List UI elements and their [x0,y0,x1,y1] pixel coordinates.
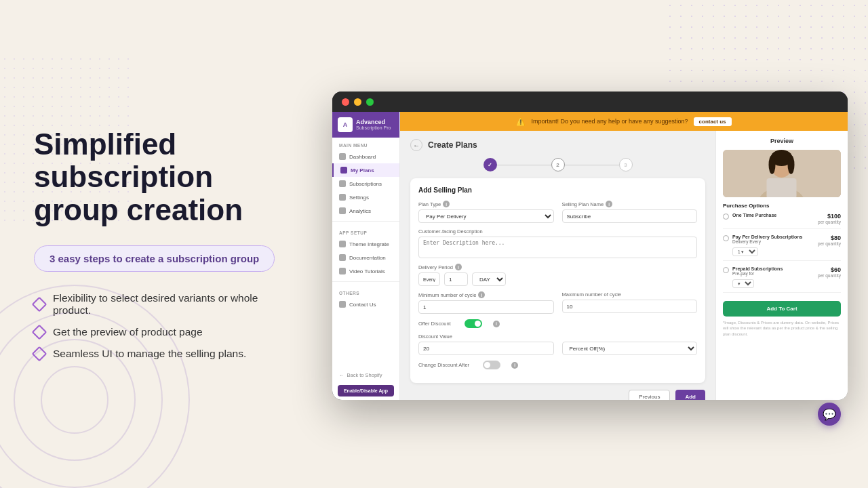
woman-figure [723,150,841,197]
sidebar-item-contact[interactable]: Contact Us [332,298,399,311]
sidebar-item-theme[interactable]: Theme Integrate [332,237,399,251]
min-cycle-input[interactable] [418,300,554,314]
sidebar-item-subscriptions[interactable]: Subscriptions [332,177,399,190]
feature-list: Flexibility to select desired variants o… [34,292,298,360]
step-2: 2 [551,158,565,171]
form-card: Add Selling Plan Plan Type i Pay Per Del… [410,178,705,383]
add-to-cart-button[interactable]: Add To Cart [723,301,841,317]
step-indicator: ✓ 2 3 [410,158,705,171]
change-discount-label: Change Discount After [418,362,469,368]
left-panel: Simplified subscription group creation 3… [0,0,332,488]
dashboard-icon [339,153,346,160]
warning-icon: ⚠️ [516,117,526,126]
main-title: Simplified subscription group creation [34,128,298,226]
option-name-2: Pay Per Delivery Subscriptions [732,235,814,239]
others-label: OTHERS [332,285,399,298]
option-price-3: $60 per quantity [818,266,841,278]
docs-icon [339,254,346,261]
preview-panel: Preview [715,131,848,400]
option-price-2: $80 per quantity [818,235,841,246]
radio-dot-1[interactable] [723,214,729,220]
sidebar-divider-2 [332,281,399,282]
selling-plan-name-input[interactable] [562,209,698,223]
logo-text-main: Advanced [356,119,391,126]
previous-button[interactable]: Previous [629,390,670,400]
selling-plan-name-group: Selling Plan Name i [562,201,698,223]
discount-row: Discount Value Percent Off(%) [418,333,697,355]
delivery-day-select[interactable]: DAY [472,272,506,286]
enable-disable-btn[interactable]: Enable/Disable App [338,385,394,396]
sidebar-item-docs[interactable]: Documentation [332,251,399,264]
delivery-value-input[interactable] [444,272,468,286]
discount-value-input[interactable] [418,342,554,355]
step-3: 3 [619,158,633,171]
step-line-1 [497,165,551,165]
step-line-2 [565,165,619,165]
svg-point-5 [788,155,795,174]
main-menu-label: MAIN MENU [332,138,399,150]
contact-us-btn[interactable]: contact us [694,117,732,126]
radio-dot-3[interactable] [723,267,729,273]
warning-bar: ⚠️ Important! Do you need any help or ha… [400,112,848,131]
selling-plan-info-icon: i [606,201,612,207]
feature-item-1: Flexibility to select desired variants o… [34,292,298,317]
option-select-3[interactable]: ▾ [732,279,754,288]
max-cycle-label: Maximum number of cycle [562,291,698,298]
sidebar-logo: A Advanced Subscription Pro [332,112,399,138]
dot-yellow [354,98,361,106]
sidebar-divider-1 [332,221,399,222]
video-icon [339,268,346,274]
option-price-1: $100 per quantity [818,213,841,224]
sidebar-item-videos[interactable]: Video Tutorials [332,264,399,278]
sidebar: A Advanced Subscription Pro MAIN MENU Da… [332,112,400,400]
logo-text-sub: Subscription Pro [356,125,391,130]
max-cycle-input[interactable] [562,300,698,313]
diamond-icon-2 [32,325,47,340]
chat-icon: 💬 [823,408,836,421]
title-line2: group creation [34,193,243,226]
min-cycle-label: Minimum number of cycle i [418,291,554,298]
option-select-2[interactable]: 1 ▾ [732,247,758,256]
plan-type-select[interactable]: Pay Per Delivery [418,209,554,223]
plan-type-group: Plan Type i Pay Per Delivery [418,201,554,223]
add-button[interactable]: Add [675,390,705,400]
description-textarea[interactable] [418,237,697,258]
contact-icon [339,301,346,308]
min-cycle-group: Minimum number of cycle i [418,291,554,314]
percent-select[interactable]: Percent Off(%) [562,342,698,355]
dot-green [366,98,374,106]
percent-label [562,333,698,340]
back-button[interactable]: ← [410,139,422,151]
change-discount-toggle[interactable] [483,361,500,369]
form-area: ← Create Plans ✓ 2 3 Add Selling Plan [400,131,715,400]
step-1: ✓ [484,158,497,171]
delivery-row: DAY [418,272,697,286]
subscriptions-icon [339,180,346,187]
offer-discount-toggle[interactable] [465,319,482,328]
sidebar-item-settings[interactable]: Settings [332,190,399,204]
sidebar-item-analytics[interactable]: Analytics [332,204,399,218]
purchase-option-3: Prepaid Subscriptions Pre-pay for ▾ $60 … [723,266,841,293]
option-info-3: Prepaid Subscriptions Pre-pay for ▾ [732,266,814,288]
sidebar-back-to-shopify[interactable]: ← Back to Shopify [332,369,399,382]
feature-item-2: Get the preview of product page [34,326,298,338]
delivery-period-group: Delivery Period i DAY [418,264,697,286]
theme-icon [339,241,346,247]
percent-group: Percent Off(%) [562,333,698,355]
description-group: Customer-facing Description [418,228,697,258]
chat-bubble[interactable]: 💬 [818,403,841,426]
change-discount-row: Change Discount After i [418,361,697,369]
radio-dot-2[interactable] [723,235,729,241]
logo-text-block: Advanced Subscription Pro [356,119,391,131]
offer-discount-label: Offer Discount [418,321,451,327]
offer-discount-row: Offer Discount i [418,319,697,328]
preview-image [723,150,841,197]
option-name-1: One Time Purchase [732,213,814,218]
my-plans-icon [340,167,347,174]
sidebar-item-my-plans[interactable]: My Plans [332,163,399,177]
diamond-icon-3 [32,346,47,362]
cycle-row: Minimum number of cycle i Maximum number… [418,291,697,314]
analytics-icon [339,207,346,214]
sidebar-item-dashboard[interactable]: Dashboard [332,150,399,163]
offer-discount-info-icon: i [493,321,500,327]
